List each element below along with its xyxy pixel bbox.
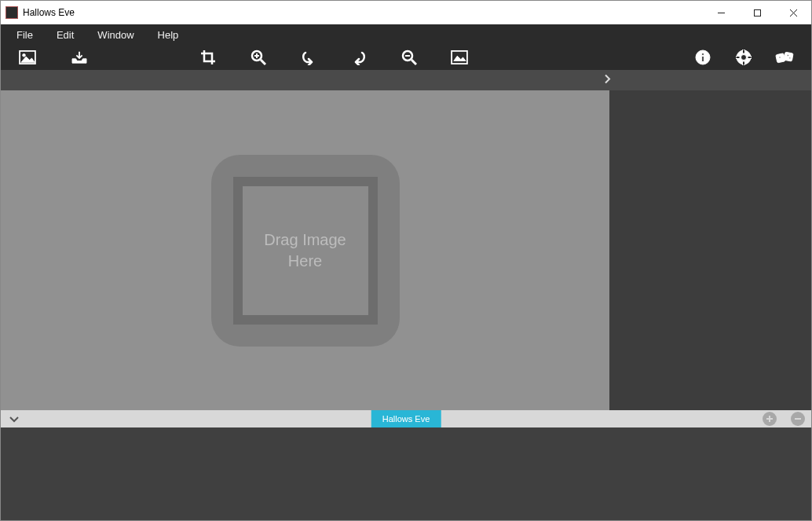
svg-point-18 (741, 55, 747, 61)
random-button[interactable] (775, 48, 794, 67)
side-panel (609, 90, 811, 410)
menubar: File Edit Window Help (1, 24, 811, 45)
remove-tab-button[interactable] (791, 412, 805, 426)
toolbar (1, 45, 811, 70)
svg-rect-21 (736, 57, 740, 59)
save-button[interactable] (70, 48, 89, 67)
svg-rect-1 (754, 9, 760, 16)
zoom-out-button[interactable] (400, 48, 419, 67)
expand-panel-button[interactable] (9, 413, 20, 425)
inbox-icon (71, 50, 88, 64)
dropzone-frame: Drag Image Here (233, 177, 378, 325)
window-title: Hallows Eve (23, 7, 75, 18)
add-tab-button[interactable] (763, 412, 777, 426)
menu-help[interactable]: Help (147, 26, 190, 44)
help-button[interactable] (734, 48, 753, 67)
svg-line-7 (261, 60, 265, 64)
tab-active[interactable]: Hallows Eve (371, 410, 441, 427)
svg-line-11 (411, 60, 416, 64)
info-button[interactable] (693, 48, 712, 67)
zoom-out-icon (401, 50, 417, 65)
redo-button[interactable] (349, 48, 368, 67)
crop-button[interactable] (199, 48, 218, 67)
svg-rect-24 (784, 52, 793, 61)
svg-point-27 (789, 57, 791, 59)
panel-header-strip (1, 70, 811, 90)
tab-active-label: Hallows Eve (382, 414, 430, 424)
undo-button[interactable] (299, 48, 318, 67)
fit-image-button[interactable] (450, 48, 469, 67)
svg-point-25 (779, 57, 781, 58)
dropzone[interactable]: Drag Image Here (211, 155, 400, 347)
info-icon (695, 50, 711, 65)
window-minimize-button[interactable] (703, 1, 739, 24)
crop-icon (200, 50, 216, 65)
image-icon (19, 50, 36, 64)
svg-rect-19 (743, 50, 745, 53)
main-area: Drag Image Here (1, 90, 811, 410)
dice-icon (775, 50, 794, 65)
window-close-button[interactable] (775, 1, 811, 24)
svg-rect-20 (743, 61, 745, 65)
window-maximize-button[interactable] (739, 1, 775, 24)
app-icon (5, 6, 18, 19)
zoom-in-icon (251, 50, 266, 65)
svg-rect-16 (702, 57, 704, 62)
svg-point-15 (702, 53, 704, 56)
bottom-panel (1, 427, 811, 520)
svg-point-26 (787, 54, 788, 56)
plus-icon (766, 415, 774, 423)
picture-icon (451, 50, 468, 64)
canvas-area[interactable]: Drag Image Here (1, 90, 609, 410)
undo-icon (301, 50, 316, 65)
support-icon (736, 50, 752, 65)
chevron-right-icon[interactable] (603, 74, 611, 87)
svg-rect-22 (748, 57, 752, 59)
dropzone-label: Drag Image Here (243, 186, 368, 315)
svg-point-5 (23, 54, 26, 57)
menu-window[interactable]: Window (86, 26, 144, 44)
zoom-in-button[interactable] (249, 48, 268, 67)
open-image-button[interactable] (18, 48, 37, 67)
menu-file[interactable]: File (5, 26, 44, 44)
svg-rect-13 (452, 51, 467, 64)
redo-icon (351, 50, 367, 65)
minus-icon (794, 415, 802, 423)
window-titlebar: Hallows Eve (1, 1, 811, 24)
tab-strip: Hallows Eve (1, 410, 811, 427)
menu-edit[interactable]: Edit (46, 26, 85, 44)
